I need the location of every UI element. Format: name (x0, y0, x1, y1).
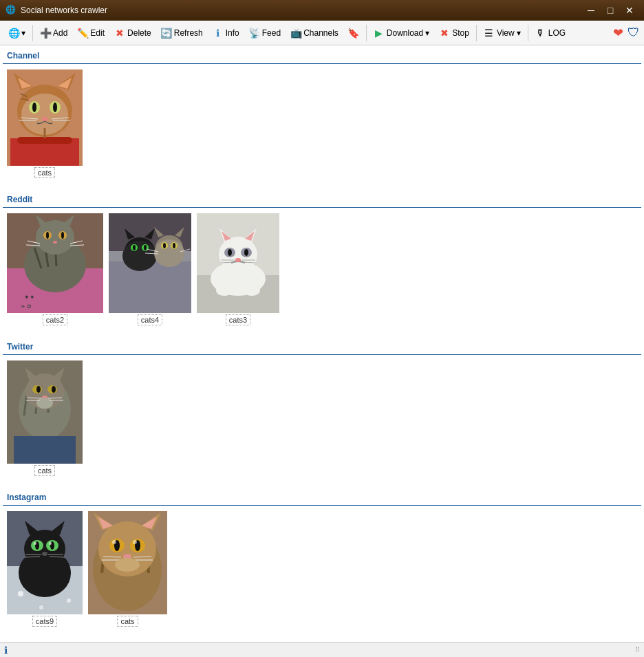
section-instagram-content: cats9 (3, 506, 641, 632)
svg-point-32 (46, 232, 49, 239)
separator-2 (366, 25, 367, 41)
edit-label: Edit (90, 28, 105, 38)
list-item[interactable]: cats (7, 360, 83, 476)
stop-button[interactable]: ✖ Stop (435, 23, 473, 43)
section-instagram: Instagram (3, 490, 641, 632)
svg-point-115 (49, 542, 52, 545)
delete-button[interactable]: ✖ Delete (110, 23, 155, 43)
main-content: Channel (0, 45, 644, 642)
svg-point-33 (61, 232, 64, 239)
view-label: View (497, 28, 515, 38)
title-bar: 🌐 Social networks crawler ─ □ ✕ (0, 0, 644, 21)
svg-point-9 (32, 103, 36, 112)
download-button[interactable]: ▶ Download ▾ (369, 23, 433, 43)
minimize-button[interactable]: ─ (582, 3, 600, 17)
svg-point-107 (24, 530, 65, 568)
window-title: Social networks crawler (21, 6, 582, 15)
download-arrow: ▾ (425, 28, 429, 38)
svg-point-116 (42, 552, 47, 556)
reddit-cats4-image (109, 213, 191, 313)
edit-icon: ✏️ (77, 28, 88, 39)
list-item[interactable]: cats9 (7, 511, 83, 627)
svg-point-74 (244, 249, 248, 256)
info-icon: ℹ (213, 28, 224, 39)
menu-arrow: ▾ (21, 28, 25, 38)
section-twitter-content: cats (3, 355, 641, 482)
close-button[interactable]: ✕ (621, 3, 638, 17)
svg-point-53 (154, 239, 184, 267)
window-controls: ─ □ ✕ (582, 3, 638, 17)
add-icon: ➕ (40, 28, 51, 39)
section-channel-content: cats (3, 64, 641, 184)
section-channel-label: Channel (7, 51, 39, 61)
feed-button[interactable]: 📡 Feed (245, 23, 285, 43)
reddit-cats2-label: cats2 (43, 314, 67, 325)
log-label: LOG (548, 28, 566, 38)
section-reddit: Reddit (3, 192, 641, 331)
menu-button[interactable]: 🌐 ▾ (4, 23, 30, 43)
bookmark-button[interactable]: 🔖 (344, 23, 363, 43)
edit-button[interactable]: ✏️ Edit (73, 23, 109, 43)
feed-label: Feed (262, 28, 281, 38)
reddit-cats3-label: cats3 (226, 314, 250, 325)
svg-point-11 (42, 117, 47, 121)
section-twitter-label: Twitter (7, 342, 33, 352)
add-label: Add (53, 28, 67, 38)
svg-point-122 (67, 599, 71, 603)
status-bar: ℹ ⠿ (0, 642, 644, 657)
heart-icon: ❤ (613, 25, 623, 41)
svg-point-75 (235, 258, 241, 262)
svg-point-73 (228, 249, 232, 256)
svg-point-123 (39, 605, 43, 610)
reddit-cats4-label: cats4 (138, 314, 162, 325)
svg-point-81 (244, 285, 260, 296)
bookmark-icon: 🔖 (348, 28, 359, 39)
refresh-icon: 🔄 (161, 28, 172, 39)
toolbar: 🌐 ▾ ➕ Add ✏️ Edit ✖ Delete 🔄 Refresh ℹ I… (0, 21, 644, 45)
add-button[interactable]: ➕ Add (36, 23, 72, 43)
view-icon: ☰ (484, 28, 495, 39)
channel-cats-label: cats (34, 167, 55, 178)
list-item[interactable]: cats4 (109, 213, 191, 325)
twitter-cats-label: cats (34, 465, 55, 476)
svg-point-45 (122, 241, 157, 271)
info-button[interactable]: ℹ Info (208, 23, 244, 43)
status-info-icon: ℹ (4, 645, 8, 656)
channels-label: Channels (303, 28, 339, 38)
download-label: Download (387, 28, 423, 38)
info-label: Info (226, 28, 239, 38)
view-button[interactable]: ☰ View ▾ (480, 23, 525, 43)
refresh-button[interactable]: 🔄 Refresh (157, 23, 207, 43)
section-instagram-label: Instagram (7, 493, 46, 502)
app-icon: 🌐 (6, 5, 17, 16)
download-icon: ▶ (374, 28, 385, 39)
section-instagram-header: Instagram (3, 490, 641, 506)
list-item[interactable]: cats (7, 69, 83, 178)
list-item[interactable]: cats (88, 511, 167, 627)
log-button[interactable]: 🎙 LOG (531, 23, 570, 43)
maximize-button[interactable]: □ (601, 3, 619, 17)
svg-point-97 (36, 398, 53, 409)
separator-1 (32, 25, 33, 41)
section-reddit-content: ✦✦ ❧ ✿ cats2 (3, 208, 641, 331)
separator-4 (528, 25, 528, 41)
instagram-cats9-label: cats9 (32, 616, 57, 627)
shield-icon: 🛡 (627, 25, 640, 40)
svg-point-50 (133, 245, 136, 250)
svg-point-51 (144, 245, 147, 250)
instagram-cats-label: cats (117, 616, 138, 627)
svg-point-80 (216, 285, 233, 296)
reddit-cats2-image: ✦✦ ❧ ✿ (7, 213, 103, 313)
delete-label: Delete (127, 28, 151, 38)
section-reddit-label: Reddit (7, 195, 32, 204)
channels-button[interactable]: 📺 Channels (286, 23, 343, 43)
list-item[interactable]: ✦✦ ❧ ✿ cats2 (7, 213, 103, 325)
svg-text:❧ ✿: ❧ ✿ (21, 303, 32, 310)
section-twitter-header: Twitter (3, 339, 641, 355)
svg-text:✦✦: ✦✦ (24, 294, 35, 301)
channel-cats-image (7, 69, 83, 166)
stop-icon: ✖ (439, 28, 450, 39)
list-item[interactable]: cats3 (197, 213, 279, 325)
channels-icon: 📺 (290, 28, 301, 39)
svg-point-141 (133, 540, 137, 544)
